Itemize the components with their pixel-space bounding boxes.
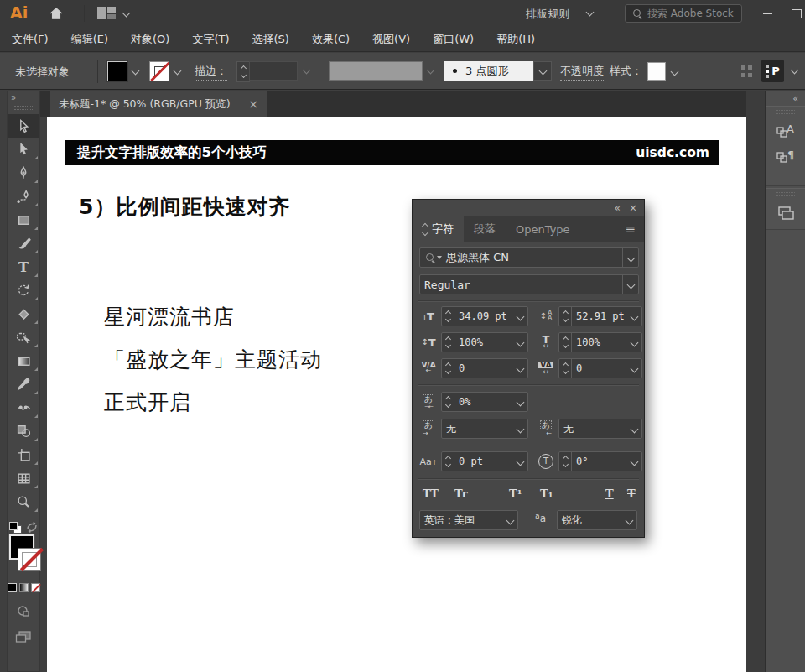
menu-object[interactable]: 对象(O)	[131, 32, 169, 47]
artboard-tool[interactable]	[8, 443, 39, 466]
toolbar-expand-icon[interactable]: »	[11, 93, 15, 102]
tab-opentype[interactable]: OpenType	[506, 216, 580, 242]
shape-combine-tool[interactable]	[8, 419, 39, 443]
layers-panel-icon[interactable]	[771, 201, 800, 226]
baseline-shift-chevron-icon[interactable]	[512, 452, 527, 471]
language-dropdown[interactable]: 英语：美国	[419, 510, 518, 530]
curvature-tool[interactable]	[8, 185, 39, 208]
document-tab[interactable]: 未标题-1* @ 50% (RGB/GPU 预览) ×	[50, 91, 267, 117]
shape-builder-tool[interactable]	[8, 326, 39, 349]
tracking-stepper[interactable]	[559, 359, 572, 378]
none-mode-button[interactable]	[31, 583, 40, 592]
all-caps-button[interactable]: TT	[423, 487, 439, 500]
selection-tool[interactable]	[8, 114, 39, 138]
baseline-shift-stepper[interactable]	[442, 452, 454, 471]
anti-alias-dropdown[interactable]: 锐化	[557, 510, 637, 530]
perspective-grid-tool[interactable]	[8, 466, 39, 490]
panel-dock-icon[interactable]	[741, 65, 753, 77]
type-tool[interactable]: T	[8, 255, 39, 279]
strikethrough-button[interactable]: T	[627, 487, 636, 500]
insert-space-right-dropdown[interactable]: 无	[558, 419, 642, 439]
horizontal-scale-field[interactable]: 100%	[558, 332, 642, 352]
vertical-scale-chevron-icon[interactable]	[512, 333, 527, 352]
dock-expand-icon[interactable]: «	[766, 91, 805, 106]
stroke-color-chevron-icon[interactable]	[170, 60, 184, 81]
draw-mode-icon[interactable]	[17, 604, 30, 620]
panel-menu-icon[interactable]: ≡	[625, 221, 636, 237]
leading-stepper[interactable]	[559, 307, 572, 326]
superscript-button[interactable]: T¹	[509, 487, 522, 500]
font-size-chevron-icon[interactable]	[512, 307, 527, 326]
vertical-scale-field[interactable]: 100%	[441, 332, 528, 352]
swap-fill-stroke-icon[interactable]	[26, 522, 38, 533]
character-rotation-stepper[interactable]	[559, 452, 572, 471]
tracking-chevron-icon[interactable]	[626, 359, 641, 378]
insert-space-right-chevron-icon[interactable]	[626, 419, 641, 438]
opacity-label[interactable]: 不透明度	[560, 64, 604, 81]
menu-file[interactable]: 文件(F)	[12, 32, 49, 47]
width-profile-chevron-icon[interactable]	[427, 66, 435, 75]
panel-group-grip[interactable]	[776, 110, 795, 114]
vertical-scale-stepper[interactable]	[442, 333, 454, 352]
width-profile-dropdown[interactable]	[329, 61, 423, 81]
small-caps-button[interactable]: Tr	[454, 487, 468, 500]
width-tool[interactable]	[8, 396, 39, 419]
tab-character[interactable]: 字符	[413, 216, 464, 242]
style-swatch[interactable]	[647, 62, 666, 81]
gradient-tool[interactable]	[8, 349, 39, 372]
font-style-field[interactable]: Regular	[419, 274, 639, 294]
stroke-weight-label[interactable]: 描边：	[195, 64, 227, 81]
stock-search-input[interactable]: 搜索 Adobe Stock	[625, 4, 742, 23]
horizontal-scale-stepper[interactable]	[559, 333, 572, 352]
subscript-button[interactable]: T₁	[540, 487, 553, 500]
font-style-chevron-icon[interactable]	[622, 275, 638, 294]
workspace-switcher[interactable]: 排版规则	[526, 7, 569, 22]
font-family-chevron-icon[interactable]	[622, 248, 638, 267]
shaper-tool[interactable]	[8, 302, 39, 326]
insert-space-left-dropdown[interactable]: 无	[441, 419, 528, 439]
proportional-spacing-field[interactable]: 0%	[441, 392, 528, 412]
menu-type[interactable]: 文字(T)	[192, 32, 229, 47]
stroke-weight-stepper[interactable]	[236, 61, 250, 82]
color-mode-button[interactable]	[8, 583, 17, 592]
font-size-field[interactable]: 34.09 pt	[441, 306, 528, 326]
menu-view[interactable]: 视图(V)	[372, 32, 410, 47]
leading-field[interactable]: 52.91 pt	[558, 306, 642, 326]
screen-mode-icon[interactable]	[15, 630, 32, 647]
kerning-field[interactable]: 0	[441, 358, 528, 378]
character-rotation-field[interactable]: 0°	[558, 451, 642, 471]
stroke-weight-field[interactable]	[249, 61, 298, 81]
baseline-shift-field[interactable]: 0 pt	[441, 451, 528, 471]
character-panel-icon[interactable]: A	[771, 118, 800, 143]
panel-close-icon[interactable]: ×	[629, 203, 637, 213]
panel-collapse-icon[interactable]: «	[615, 203, 621, 213]
stroke-proxy[interactable]	[18, 548, 41, 571]
home-icon[interactable]	[49, 6, 64, 24]
toolbar-grip[interactable]	[14, 106, 33, 110]
font-family-field[interactable]: 思源黑体 CN	[419, 247, 639, 268]
language-chevron-icon[interactable]	[502, 511, 517, 529]
paragraph-panel-icon[interactable]: ¶	[771, 143, 800, 169]
paintbrush-tool[interactable]	[8, 232, 39, 255]
workspace-chevron-icon[interactable]	[586, 8, 595, 17]
underline-button[interactable]: T	[605, 487, 614, 500]
anti-alias-chevron-icon[interactable]	[621, 511, 636, 529]
tab-close-icon[interactable]: ×	[248, 97, 258, 111]
tracking-field[interactable]: 0	[558, 358, 642, 378]
stroke-weight-chevron-icon[interactable]	[303, 66, 311, 75]
menu-window[interactable]: 窗口(W)	[433, 32, 474, 47]
stroke-color-swatch[interactable]	[149, 61, 169, 81]
brush-definition-dropdown[interactable]: 3 点圆形	[444, 61, 533, 81]
default-fill-stroke-icon[interactable]	[9, 522, 21, 533]
brush-chevron-button[interactable]	[533, 61, 552, 81]
menu-effect[interactable]: 效果(C)	[312, 32, 350, 47]
horizontal-scale-chevron-icon[interactable]	[626, 333, 641, 352]
fill-stroke-indicator[interactable]	[8, 534, 39, 576]
tab-paragraph[interactable]: 段落	[464, 216, 506, 242]
insert-space-left-chevron-icon[interactable]	[512, 419, 527, 438]
eyedropper-tool[interactable]	[8, 372, 39, 396]
kerning-chevron-icon[interactable]	[512, 359, 527, 378]
rotate-tool[interactable]	[8, 279, 39, 302]
zoom-tool[interactable]	[8, 490, 39, 513]
rectangle-tool[interactable]	[8, 208, 39, 232]
